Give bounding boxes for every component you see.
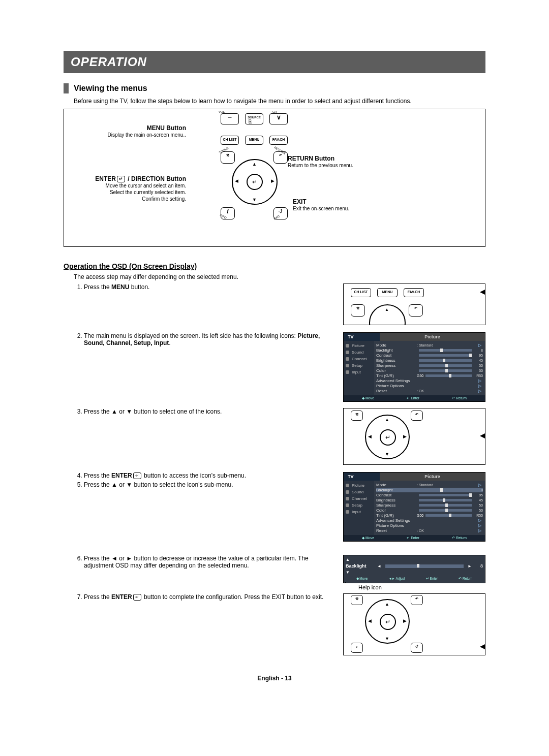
- section-title: Viewing the menus: [64, 83, 485, 93]
- callout-enter: ENTER↵ / DIRECTION Button Move the curso…: [64, 175, 186, 202]
- step-7: Press the ENTER↵ button to complete the …: [84, 593, 338, 601]
- step-4: Press the ENTER↵ button to access the ic…: [84, 472, 338, 479]
- intro-text: Before using the TV, follow the steps be…: [74, 98, 485, 105]
- mini-remote-dpad: ⚒ ↶ ▲ ▼ ◀ ▶ ↵: [343, 408, 485, 465]
- section-marker-icon: [64, 83, 69, 93]
- enter-icon: ↵: [117, 176, 125, 182]
- step-2: The main menu is displayed on the screen…: [84, 332, 338, 346]
- callout-menu: MENU Button Display the main on-screen m…: [64, 124, 186, 138]
- enter-icon: ↵: [133, 472, 141, 479]
- page-header: OPERATION: [64, 51, 485, 73]
- mini-remote-menu: CH LIST MENU FAV.CH ⚒ ↶ ▲: [343, 284, 485, 325]
- step-5: Press the ▲ or ▼ button to select the ic…: [84, 481, 338, 488]
- section-title-text: Viewing the menus: [74, 84, 147, 93]
- osd-screenshot-2: TVPicture PictureSoundChannelSetupInput …: [343, 472, 485, 542]
- step-1: Press the MENU button.: [84, 284, 338, 291]
- remote-graphic: — VOL SOURCE ⎘ ∨ CH CH LIST MENU FAV.CH …: [217, 113, 333, 240]
- osd-screenshot-1: TVPicture PictureSoundChannelSetupInput …: [343, 332, 485, 402]
- direction-pad: ▲ ▼ ◀ ▶ ↵: [232, 159, 278, 205]
- remote-diagram: MENU Button Display the main on-screen m…: [64, 109, 485, 247]
- enter-icon: ↵: [133, 594, 141, 601]
- mini-remote-exit: ⚒ ↶ ▲ ▼ ◀ ▶ ↵ i ▫⤴: [343, 593, 485, 655]
- step-6: Press the ◄ or ► button to decrease or i…: [84, 555, 338, 569]
- page-footer: English - 13: [64, 675, 485, 682]
- access-note: The access step may differ depending on …: [74, 273, 485, 280]
- osd-backlight: ▲ Backlight ◄ ► 8 ▼ ◆ Move ◄► Adjust ↵ E…: [343, 555, 485, 583]
- help-icon-label: Help icon: [358, 584, 485, 590]
- step-3: Press the ▲ or ▼ button to select one of…: [84, 408, 338, 415]
- osd-subheading: Operation the OSD (On Screen Display): [64, 262, 485, 270]
